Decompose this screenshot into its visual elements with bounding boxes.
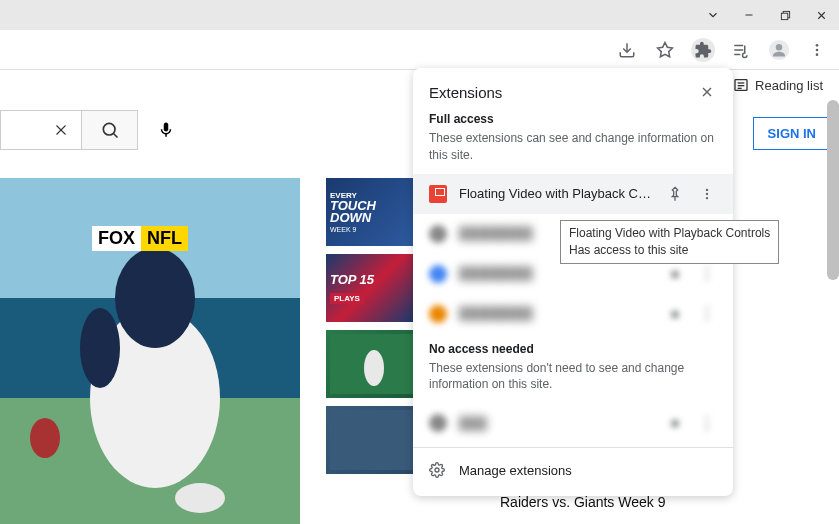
extension-item[interactable]: ███ ● ⋮ xyxy=(413,403,733,443)
manage-extensions-label: Manage extensions xyxy=(459,463,572,478)
extension-more-button[interactable]: ⋮ xyxy=(697,264,717,284)
svg-line-22 xyxy=(113,134,117,138)
extension-more-button[interactable]: ⋮ xyxy=(697,413,717,433)
svg-point-32 xyxy=(364,350,384,386)
vertical-scrollbar[interactable] xyxy=(827,100,839,280)
video-thumbnail[interactable]: EVERY TOUCH DOWN WEEK 9 xyxy=(326,178,414,246)
extension-name: ████████ xyxy=(459,266,653,281)
extension-icon xyxy=(429,265,447,283)
gear-icon xyxy=(429,462,445,478)
svg-point-27 xyxy=(115,248,195,348)
fox-nfl-logo: FOX NFL xyxy=(92,226,188,251)
extensions-title: Extensions xyxy=(429,84,502,101)
video-thumbnail[interactable] xyxy=(326,406,414,474)
bookmark-star-icon[interactable] xyxy=(653,38,677,62)
voice-search-button[interactable] xyxy=(146,110,186,150)
svg-marker-6 xyxy=(658,42,673,56)
extension-icon xyxy=(429,414,447,432)
svg-point-21 xyxy=(103,123,115,135)
svg-point-37 xyxy=(706,188,708,190)
video-thumbnail-list: EVERY TOUCH DOWN WEEK 9 TOP 15 PLAYS xyxy=(326,178,414,482)
search-box xyxy=(0,110,82,150)
svg-point-14 xyxy=(816,53,819,56)
extensions-popup: Extensions Full access These extensions … xyxy=(413,68,733,496)
maximize-button[interactable] xyxy=(775,5,795,25)
no-access-desc: These extensions don't need to see and c… xyxy=(413,360,733,404)
video-thumbnail[interactable]: TOP 15 PLAYS xyxy=(326,254,414,322)
svg-rect-2 xyxy=(781,13,787,19)
window-titlebar xyxy=(0,0,839,30)
divider xyxy=(413,447,733,448)
svg-point-13 xyxy=(816,48,819,51)
close-button[interactable] xyxy=(811,5,831,25)
svg-rect-33 xyxy=(330,410,414,470)
extension-tooltip: Floating Video with Playback Controls Ha… xyxy=(560,220,779,264)
svg-point-12 xyxy=(816,44,819,47)
video-title[interactable]: Raiders vs. Giants Week 9 xyxy=(500,494,665,510)
pin-extension-button[interactable]: ● xyxy=(665,264,685,284)
kebab-menu-icon[interactable] xyxy=(805,38,829,62)
search-input[interactable] xyxy=(1,111,41,149)
clear-search-button[interactable] xyxy=(41,111,81,149)
svg-point-38 xyxy=(706,192,708,194)
extension-name: Floating Video with Playback C… xyxy=(459,186,653,201)
extension-more-button[interactable] xyxy=(697,184,717,204)
search-area xyxy=(0,110,186,150)
manage-extensions-button[interactable]: Manage extensions xyxy=(413,452,733,488)
full-access-desc: These extensions can see and change info… xyxy=(413,130,733,174)
minimize-button[interactable] xyxy=(739,5,759,25)
extensions-puzzle-icon[interactable] xyxy=(691,38,715,62)
signin-button[interactable]: SIGN IN xyxy=(753,117,831,150)
svg-point-11 xyxy=(776,44,782,50)
extension-item[interactable]: Floating Video with Playback C… xyxy=(413,174,733,214)
video-thumbnail[interactable] xyxy=(326,330,414,398)
profile-avatar-icon[interactable] xyxy=(767,38,791,62)
pin-extension-button[interactable]: ● xyxy=(665,304,685,324)
svg-point-30 xyxy=(175,483,225,513)
extension-item[interactable]: ████████ ● ⋮ xyxy=(413,294,733,334)
main-video-player[interactable]: FOX NFL xyxy=(0,178,300,524)
extension-name: ███ xyxy=(459,416,653,431)
svg-point-29 xyxy=(30,418,60,458)
close-popup-button[interactable] xyxy=(697,82,717,102)
full-access-title: Full access xyxy=(413,112,733,130)
reading-list-label: Reading list xyxy=(755,78,823,93)
search-button[interactable] xyxy=(82,110,138,150)
extension-name: ████████ xyxy=(459,306,653,321)
extension-icon xyxy=(429,305,447,323)
browser-toolbar xyxy=(0,30,839,70)
svg-point-28 xyxy=(80,308,120,388)
svg-point-40 xyxy=(435,468,439,472)
no-access-title: No access needed xyxy=(413,342,733,360)
queue-music-icon[interactable] xyxy=(729,38,753,62)
extension-icon xyxy=(429,185,447,203)
svg-point-39 xyxy=(706,197,708,199)
reading-list-icon xyxy=(733,77,749,93)
pin-extension-button[interactable] xyxy=(665,184,685,204)
extension-more-button[interactable]: ⋮ xyxy=(697,304,717,324)
pin-extension-button[interactable]: ● xyxy=(665,413,685,433)
chevron-down-icon[interactable] xyxy=(703,5,723,25)
extension-icon xyxy=(429,225,447,243)
download-icon[interactable] xyxy=(615,38,639,62)
